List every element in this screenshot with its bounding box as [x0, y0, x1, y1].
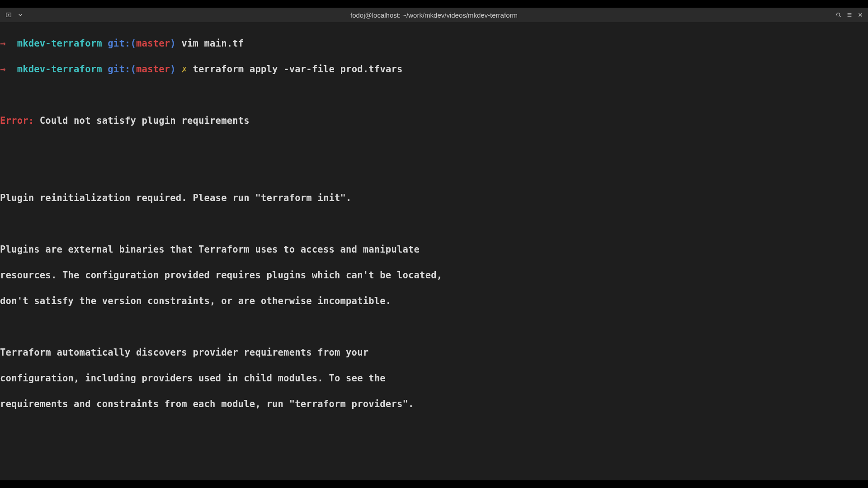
svg-point-3 [837, 13, 840, 16]
close-icon [857, 12, 863, 18]
prompt-arrow: → [0, 64, 6, 75]
command-text: vim main.tf [181, 38, 244, 49]
prompt-line: → mkdev-terraform git:(master) ✗ terrafo… [0, 63, 868, 76]
prompt-arrow: → [0, 38, 6, 49]
titlebar: fodoj@localhost: ~/work/mkdev/videos/mkd… [0, 8, 868, 22]
prompt-dir: mkdev-terraform [17, 38, 102, 49]
output-text: Plugin reinitialization required. Please… [0, 192, 868, 205]
output-text: configuration, including providers used … [0, 372, 868, 385]
error-message: Could not satisfy plugin requirements [34, 115, 250, 126]
output-text: don't satisfy the version constraints, o… [0, 295, 868, 308]
window-title: fodoj@localhost: ~/work/mkdev/videos/mkd… [0, 11, 868, 19]
titlebar-dropdown[interactable] [15, 10, 25, 20]
new-tab-icon [5, 12, 12, 18]
close-button[interactable] [855, 10, 865, 20]
prompt-git-prefix: git:( [108, 64, 136, 75]
search-icon [835, 12, 842, 18]
output-text: Terraform automatically discovers provid… [0, 346, 868, 359]
error-line: Error: Could not satisfy plugin requirem… [0, 114, 868, 127]
chevron-down-icon [17, 12, 24, 18]
prompt-git-suffix: ) [170, 38, 176, 49]
output-text: requirements and constraints from each m… [0, 398, 868, 411]
output-text: Plugins are external binaries that Terra… [0, 243, 868, 256]
terminal-window: fodoj@localhost: ~/work/mkdev/videos/mkd… [0, 8, 868, 480]
error-label: Error: [0, 115, 34, 126]
prompt-dirty: ✗ [181, 64, 187, 75]
output-text: resources. The configuration provided re… [0, 269, 868, 282]
prompt-line: → mkdev-terraform git:(master) vim main.… [0, 37, 868, 50]
prompt-git-suffix: ) [170, 64, 176, 75]
new-tab-button[interactable] [4, 10, 14, 20]
prompt-git-prefix: git:( [108, 38, 136, 49]
terminal-body[interactable]: → mkdev-terraform git:(master) vim main.… [0, 22, 868, 480]
search-button[interactable] [834, 10, 844, 20]
menu-button[interactable] [844, 10, 854, 20]
prompt-dir: mkdev-terraform [17, 64, 102, 75]
prompt-branch: master [136, 38, 170, 49]
command-text: terraform apply -var-file prod.tfvars [193, 64, 403, 75]
prompt-branch: master [136, 64, 170, 75]
hamburger-icon [846, 12, 853, 18]
svg-line-4 [840, 16, 841, 17]
